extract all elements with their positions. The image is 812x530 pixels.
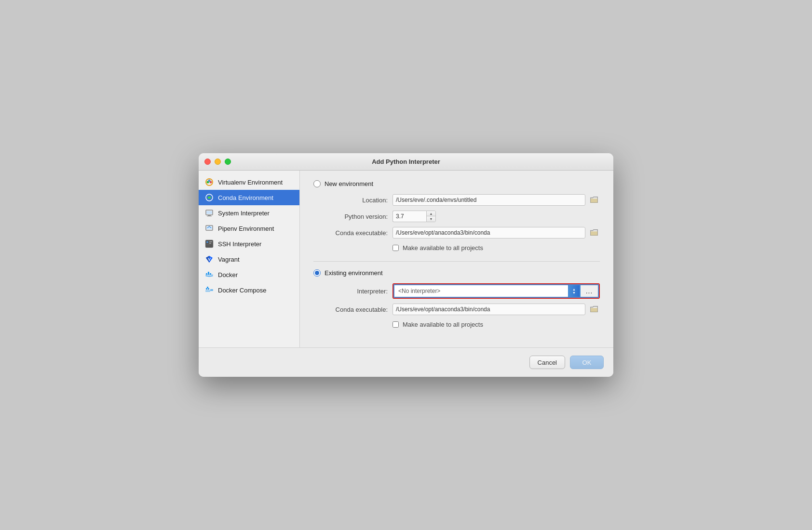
svg-rect-22 bbox=[208, 272, 209, 273]
svg-rect-8 bbox=[206, 211, 212, 214]
conda-executable-new-field[interactable] bbox=[392, 227, 585, 238]
sidebar-item-virtualenv[interactable]: Virtualenv Environment bbox=[199, 174, 299, 190]
location-label: Location: bbox=[325, 197, 392, 204]
interpreter-field[interactable] bbox=[393, 284, 568, 298]
sidebar-item-ssh[interactable]: SSH Interpreter bbox=[199, 236, 299, 252]
location-field[interactable] bbox=[392, 194, 585, 206]
svg-rect-24 bbox=[206, 288, 207, 290]
svg-rect-7 bbox=[207, 216, 212, 216]
conda-executable-existing-label: Conda executable: bbox=[325, 306, 392, 313]
svg-rect-25 bbox=[208, 288, 209, 290]
sidebar-label-ssh: SSH Interpreter bbox=[218, 240, 261, 248]
interpreter-label: Interpreter: bbox=[325, 288, 392, 295]
sidebar-label-docker-compose: Docker Compose bbox=[218, 287, 266, 294]
svg-rect-26 bbox=[207, 287, 208, 288]
sidebar-item-docker-compose[interactable]: Docker Compose bbox=[199, 282, 299, 298]
main-content: New environment Location: bbox=[300, 171, 613, 347]
make-available-existing-label[interactable]: Make available to all projects bbox=[403, 321, 483, 328]
make-available-new-checkbox[interactable] bbox=[392, 245, 399, 251]
new-environment-form: Location: Python version: bbox=[325, 194, 600, 252]
existing-environment-radio[interactable] bbox=[313, 269, 321, 277]
conda-executable-new-label: Conda executable: bbox=[325, 229, 392, 237]
conda-executable-existing-folder-button[interactable] bbox=[588, 304, 600, 315]
svg-rect-23 bbox=[205, 290, 210, 292]
section-divider bbox=[313, 261, 600, 262]
new-environment-section: New environment Location: bbox=[313, 180, 600, 252]
svg-rect-27 bbox=[210, 289, 213, 291]
docker-icon bbox=[204, 270, 214, 279]
existing-environment-radio-row: Existing environment bbox=[313, 269, 600, 277]
sidebar-label-system: System Interpreter bbox=[218, 210, 270, 217]
sidebar-label-pipenv: Pipenv Environment bbox=[218, 225, 274, 232]
sidebar-item-docker[interactable]: Docker bbox=[199, 267, 299, 282]
make-available-existing-row: Make available to all projects bbox=[392, 321, 600, 328]
dialog-footer: Cancel OK bbox=[199, 347, 613, 377]
existing-environment-label[interactable]: Existing environment bbox=[325, 269, 383, 277]
sidebar-label-docker: Docker bbox=[218, 271, 238, 278]
svg-rect-13 bbox=[209, 241, 212, 242]
title-bar: Add Python Interpreter bbox=[199, 153, 613, 171]
ssh-icon bbox=[204, 239, 214, 249]
dialog-body: Virtualenv Environment Conda Environment bbox=[199, 171, 613, 347]
python-version-field[interactable] bbox=[392, 211, 426, 222]
sidebar-label-vagrant: Vagrant bbox=[218, 256, 240, 263]
svg-rect-14 bbox=[209, 243, 211, 244]
sidebar-item-vagrant[interactable]: V Vagrant bbox=[199, 252, 299, 267]
conda-icon bbox=[204, 193, 214, 202]
svg-rect-20 bbox=[208, 273, 209, 275]
sidebar-item-system[interactable]: System Interpreter bbox=[199, 205, 299, 221]
maximize-button[interactable] bbox=[225, 159, 231, 165]
python-version-buttons: ▲ ▼ bbox=[426, 211, 436, 222]
ok-button[interactable]: OK bbox=[570, 356, 604, 369]
virtualenv-icon bbox=[204, 177, 214, 187]
conda-executable-new-folder-button[interactable] bbox=[588, 227, 600, 238]
sidebar-item-pipenv[interactable]: Pipenv Environment bbox=[199, 221, 299, 236]
svg-rect-15 bbox=[206, 244, 212, 244]
make-available-new-label[interactable]: Make available to all projects bbox=[403, 244, 483, 252]
vagrant-icon: V bbox=[204, 254, 214, 264]
sidebar: Virtualenv Environment Conda Environment bbox=[199, 171, 300, 347]
new-environment-radio-row: New environment bbox=[313, 180, 600, 187]
interpreter-browse-button[interactable]: ... bbox=[581, 284, 599, 298]
existing-environment-form: Interpreter: ▲ ▼ ... Conda executable: bbox=[325, 283, 600, 328]
interpreter-stepper-button[interactable]: ▲ ▼ bbox=[568, 284, 581, 298]
python-version-down[interactable]: ▼ bbox=[427, 216, 435, 222]
traffic-lights bbox=[204, 159, 231, 165]
svg-rect-16 bbox=[206, 245, 210, 245]
location-row bbox=[392, 194, 600, 206]
svg-text:V: V bbox=[208, 257, 211, 262]
interpreter-row: ▲ ▼ ... bbox=[392, 283, 600, 299]
close-button[interactable] bbox=[204, 159, 211, 165]
new-environment-label[interactable]: New environment bbox=[325, 180, 373, 187]
existing-environment-section: Existing environment Interpreter: ▲ ▼ ..… bbox=[313, 269, 600, 328]
system-icon bbox=[204, 208, 214, 218]
svg-rect-19 bbox=[206, 273, 207, 275]
new-environment-radio[interactable] bbox=[313, 180, 321, 187]
svg-point-3 bbox=[208, 180, 211, 182]
minimize-button[interactable] bbox=[215, 159, 221, 165]
docker-compose-icon bbox=[204, 285, 214, 295]
python-version-label: Python version: bbox=[325, 213, 392, 220]
python-version-up[interactable]: ▲ bbox=[427, 211, 435, 216]
make-available-existing-checkbox[interactable] bbox=[392, 321, 399, 328]
conda-executable-existing-row bbox=[392, 304, 600, 315]
svg-rect-12 bbox=[206, 241, 208, 243]
svg-rect-21 bbox=[210, 273, 211, 275]
location-folder-button[interactable] bbox=[588, 194, 600, 206]
dialog-title: Add Python Interpreter bbox=[372, 158, 440, 165]
add-python-interpreter-dialog: Add Python Interpreter Virtualenv Enviro… bbox=[199, 153, 613, 377]
pipenv-icon bbox=[204, 224, 214, 233]
conda-executable-existing-field[interactable] bbox=[392, 304, 585, 315]
sidebar-label-virtualenv: Virtualenv Environment bbox=[218, 179, 283, 186]
sidebar-item-conda[interactable]: Conda Environment bbox=[199, 190, 299, 205]
make-available-new-row: Make available to all projects bbox=[392, 244, 600, 252]
interpreter-outline: ▲ ▼ ... bbox=[392, 283, 600, 299]
python-version-stepper: ▲ ▼ bbox=[392, 211, 436, 222]
sidebar-label-conda: Conda Environment bbox=[218, 194, 273, 201]
python-version-row: ▲ ▼ bbox=[392, 211, 600, 222]
cancel-button[interactable]: Cancel bbox=[529, 356, 565, 369]
conda-executable-new-row bbox=[392, 227, 600, 238]
